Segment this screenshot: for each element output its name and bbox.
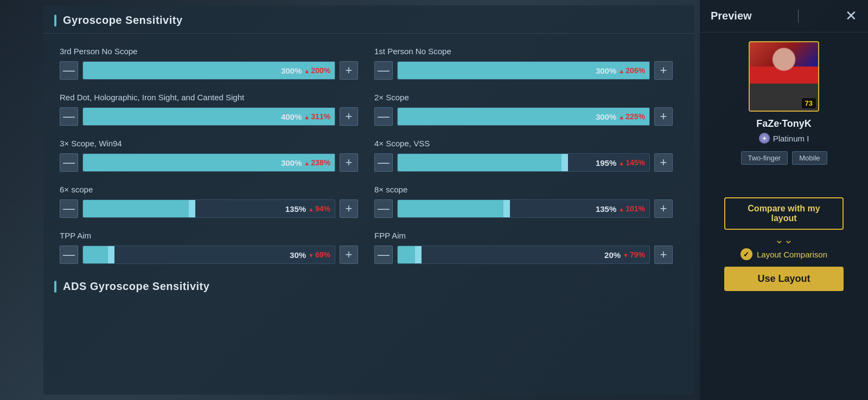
preview-title: Preview [711,10,752,22]
avatar: 73 [749,41,819,112]
slider-values: 400% 311% [281,112,330,121]
minus-btn-red-dot[interactable]: — [60,107,78,126]
plus-btn-2x[interactable]: + [654,107,673,126]
rank-name: Platinum I [773,134,809,143]
player-name: FaZe·TonyK [756,118,812,130]
preview-header: Preview ✕ [700,0,868,33]
slider-tpp[interactable]: 30% 69% [82,246,335,264]
compare-val: 311% [304,112,330,121]
slider-fill [398,154,561,171]
minus-btn-8x[interactable]: — [374,199,393,218]
slider-fill [398,246,415,263]
slider-values: 300% 225% [596,112,645,121]
ads-header-bar [54,281,56,293]
sensitivity-item-red-dot: Red Dot, Holographic, Iron Sight, and Ca… [54,85,369,131]
plus-btn-fpp[interactable]: + [654,246,673,264]
sensitivity-item-3x: 3× Scope, Win94 — 300% 238% + [54,131,369,177]
plus-btn-6x[interactable]: + [340,199,358,218]
plus-btn-3rd-person[interactable]: + [340,61,358,80]
minus-btn-2x[interactable]: — [374,107,393,126]
tag-mobile: Mobile [792,151,827,165]
plus-btn-4x[interactable]: + [654,153,673,172]
sensitivity-item-3rd-person: 3rd Person No Scope — 300% 200% + [54,39,369,85]
slider-values: 300% 238% [281,158,330,167]
section-header-bar [54,15,56,27]
slider-handle [108,246,114,263]
plus-btn-tpp[interactable]: + [340,246,358,264]
minus-btn-6x[interactable]: — [60,199,78,218]
plus-btn-8x[interactable]: + [654,199,673,218]
slider-values: 135% 94% [285,204,330,214]
compare-val: 79% [623,250,645,259]
arrow-down-icon [623,250,629,259]
sensitivity-item-1st-person: 1st Person No Scope — 300% 206% + [369,39,684,85]
slider-6x[interactable]: 135% 94% [82,199,335,218]
avatar-badge: 73 [802,98,816,108]
slider-fill [83,246,108,263]
label-tpp: TPP Aim [60,231,358,240]
slider-handle [503,200,510,217]
section-title: Gyroscope Sensitivity [63,14,183,27]
plus-btn-3x[interactable]: + [340,153,358,172]
compare-val: 101% [618,204,645,213]
slider-row: — 195% 145% + [374,153,673,172]
use-layout-button[interactable]: Use Layout [724,267,844,291]
arrow-up-icon [308,204,314,213]
compare-val: 69% [308,250,330,259]
check-circle-icon: ✓ [741,248,752,260]
slider-2x[interactable]: 300% 225% [397,107,650,126]
slider-row: — 300% 225% + [374,107,673,126]
slider-1st-person[interactable]: 300% 206% [397,61,650,80]
plus-btn-red-dot[interactable]: + [340,107,358,126]
sensitivity-item-4x: 4× Scope, VSS — 195% 145% + [369,131,684,177]
slider-values: 300% 200% [281,66,330,75]
label-4x: 4× Scope, VSS [374,139,673,148]
compare-val: 145% [618,158,645,167]
arrow-down-icon [308,250,314,259]
plus-btn-1st-person[interactable]: + [654,61,673,80]
slider-row: — 300% 238% + [60,153,358,172]
minus-btn-tpp[interactable]: — [60,246,78,264]
main-panel: Gyroscope Sensitivity 3rd Person No Scop… [43,5,694,395]
close-button[interactable]: ✕ [845,8,857,24]
minus-btn-3x[interactable]: — [60,153,78,172]
slider-values: 300% 206% [596,66,645,75]
slider-row: — 135% 101% + [374,199,673,218]
slider-row: — 30% 69% + [60,246,358,264]
slider-3rd-person[interactable]: 300% 200% [82,61,335,80]
slider-values: 30% 69% [290,250,330,260]
sensitivity-item-8x: 8× scope — 135% 101% + [369,177,684,223]
label-3rd-person: 3rd Person No Scope [60,47,358,56]
right-panel: Preview ✕ 73 FaZe·TonyK ✦ Platinum I Two… [700,0,868,400]
slider-4x[interactable]: 195% 145% [397,153,650,172]
slider-row: — 400% 311% + [60,107,358,126]
compare-val: 206% [618,66,645,75]
slider-red-dot[interactable]: 400% 311% [82,107,335,126]
slider-3x[interactable]: 300% 238% [82,153,335,172]
slider-values: 195% 145% [596,158,645,167]
label-6x: 6× scope [60,185,358,194]
compare-with-my-layout-button[interactable]: Compare with my layout [724,197,844,230]
slider-fill [398,200,503,217]
sensitivity-item-2x: 2× Scope — 300% 225% + [369,85,684,131]
minus-btn-4x[interactable]: — [374,153,393,172]
slider-fill [83,200,189,217]
minus-btn-3rd-person[interactable]: — [60,61,78,80]
slider-fpp[interactable]: 20% 79% [397,246,650,264]
chevron-down-icon: ⌄⌄ [775,233,793,246]
divider [798,10,799,23]
minus-btn-1st-person[interactable]: — [374,61,393,80]
arrow-up-icon [304,112,310,121]
sensitivity-grid: 3rd Person No Scope — 300% 200% + 1 [43,34,694,275]
slider-row: — 300% 206% + [374,61,673,80]
label-1st-person: 1st Person No Scope [374,47,673,56]
minus-btn-fpp[interactable]: — [374,246,393,264]
arrow-up-icon [304,158,310,167]
slider-8x[interactable]: 135% 101% [397,199,650,218]
slider-handle [189,200,195,217]
label-red-dot: Red Dot, Holographic, Iron Sight, and Ca… [60,93,358,102]
arrow-up-icon [618,204,624,213]
arrow-up-icon [618,66,624,75]
slider-row: — 135% 94% + [60,199,358,218]
slider-row: — 20% 79% + [374,246,673,264]
